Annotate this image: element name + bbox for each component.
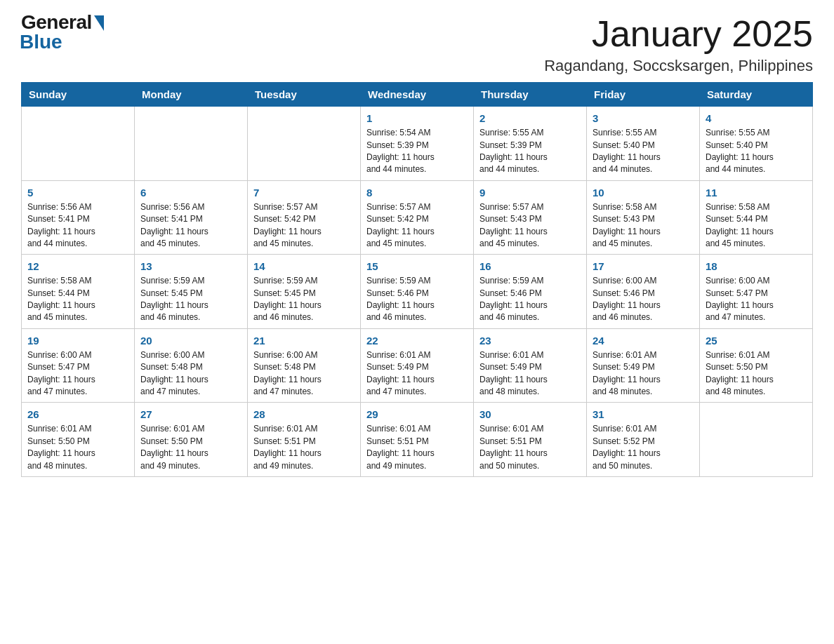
calendar-week-row: 5Sunrise: 5:56 AM Sunset: 5:41 PM Daylig… [22, 180, 813, 255]
calendar-week-row: 26Sunrise: 6:01 AM Sunset: 5:50 PM Dayli… [22, 403, 813, 477]
calendar-cell: 3Sunrise: 5:55 AM Sunset: 5:40 PM Daylig… [587, 107, 700, 181]
logo-triangle-icon [94, 15, 104, 31]
cell-day-number: 23 [479, 333, 581, 348]
calendar-week-row: 12Sunrise: 5:58 AM Sunset: 5:44 PM Dayli… [22, 255, 813, 329]
cell-day-number: 3 [593, 111, 694, 126]
calendar-cell: 12Sunrise: 5:58 AM Sunset: 5:44 PM Dayli… [22, 255, 135, 329]
calendar-cell: 24Sunrise: 6:01 AM Sunset: 5:49 PM Dayli… [587, 328, 700, 403]
cell-day-number: 10 [593, 185, 694, 200]
logo-blue-text: Blue [20, 31, 62, 53]
calendar-cell: 2Sunrise: 5:55 AM Sunset: 5:39 PM Daylig… [474, 107, 587, 181]
calendar-header-monday: Monday [135, 83, 248, 107]
cell-day-number: 14 [253, 259, 355, 274]
calendar-cell [22, 107, 135, 181]
calendar-cell: 10Sunrise: 5:58 AM Sunset: 5:43 PM Dayli… [587, 180, 700, 255]
calendar-header-row: SundayMondayTuesdayWednesdayThursdayFrid… [22, 83, 813, 107]
cell-sun-info: Sunrise: 6:01 AM Sunset: 5:51 PM Dayligh… [479, 423, 581, 472]
page-header: General Blue January 2025 Ragandang, Soc… [21, 14, 813, 75]
cell-sun-info: Sunrise: 5:57 AM Sunset: 5:43 PM Dayligh… [479, 201, 581, 250]
cell-day-number: 2 [479, 111, 581, 126]
calendar-week-row: 1Sunrise: 5:54 AM Sunset: 5:39 PM Daylig… [22, 107, 813, 181]
calendar-header-sunday: Sunday [22, 83, 135, 107]
cell-sun-info: Sunrise: 5:58 AM Sunset: 5:44 PM Dayligh… [706, 201, 807, 250]
cell-sun-info: Sunrise: 5:59 AM Sunset: 5:45 PM Dayligh… [140, 275, 241, 324]
calendar-cell: 21Sunrise: 6:00 AM Sunset: 5:48 PM Dayli… [248, 328, 361, 403]
cell-day-number: 24 [593, 333, 694, 348]
calendar-cell: 20Sunrise: 6:00 AM Sunset: 5:48 PM Dayli… [135, 328, 248, 403]
cell-day-number: 13 [140, 259, 241, 274]
page-subtitle: Ragandang, Soccsksargen, Philippines [544, 57, 813, 75]
cell-day-number: 27 [140, 407, 241, 422]
calendar-cell: 15Sunrise: 5:59 AM Sunset: 5:46 PM Dayli… [361, 255, 474, 329]
cell-day-number: 1 [366, 111, 468, 126]
cell-day-number: 29 [366, 407, 468, 422]
calendar-cell: 5Sunrise: 5:56 AM Sunset: 5:41 PM Daylig… [22, 180, 135, 255]
calendar-week-row: 19Sunrise: 6:00 AM Sunset: 5:47 PM Dayli… [22, 328, 813, 403]
cell-sun-info: Sunrise: 6:01 AM Sunset: 5:50 PM Dayligh… [27, 423, 128, 472]
calendar-cell [135, 107, 248, 181]
cell-sun-info: Sunrise: 5:57 AM Sunset: 5:42 PM Dayligh… [253, 201, 355, 250]
calendar-cell: 13Sunrise: 5:59 AM Sunset: 5:45 PM Dayli… [135, 255, 248, 329]
calendar-header-wednesday: Wednesday [361, 83, 474, 107]
calendar-cell: 7Sunrise: 5:57 AM Sunset: 5:42 PM Daylig… [248, 180, 361, 255]
calendar-cell: 29Sunrise: 6:01 AM Sunset: 5:51 PM Dayli… [361, 403, 474, 477]
calendar-cell: 26Sunrise: 6:01 AM Sunset: 5:50 PM Dayli… [22, 403, 135, 477]
cell-sun-info: Sunrise: 5:55 AM Sunset: 5:40 PM Dayligh… [706, 127, 807, 176]
cell-day-number: 19 [27, 333, 128, 348]
cell-day-number: 12 [27, 259, 128, 274]
calendar-cell: 22Sunrise: 6:01 AM Sunset: 5:49 PM Dayli… [361, 328, 474, 403]
cell-sun-info: Sunrise: 5:55 AM Sunset: 5:40 PM Dayligh… [593, 127, 694, 176]
calendar-cell: 18Sunrise: 6:00 AM Sunset: 5:47 PM Dayli… [700, 255, 813, 329]
calendar-cell [700, 403, 813, 477]
calendar-cell: 1Sunrise: 5:54 AM Sunset: 5:39 PM Daylig… [361, 107, 474, 181]
cell-day-number: 26 [27, 407, 128, 422]
cell-sun-info: Sunrise: 6:01 AM Sunset: 5:51 PM Dayligh… [366, 423, 468, 472]
cell-sun-info: Sunrise: 6:00 AM Sunset: 5:47 PM Dayligh… [706, 275, 807, 324]
cell-sun-info: Sunrise: 5:56 AM Sunset: 5:41 PM Dayligh… [140, 201, 241, 250]
cell-sun-info: Sunrise: 6:00 AM Sunset: 5:46 PM Dayligh… [593, 275, 694, 324]
calendar-header-saturday: Saturday [700, 83, 813, 107]
cell-sun-info: Sunrise: 6:01 AM Sunset: 5:50 PM Dayligh… [706, 349, 807, 398]
calendar-table: SundayMondayTuesdayWednesdayThursdayFrid… [21, 82, 813, 477]
cell-day-number: 4 [706, 111, 807, 126]
cell-sun-info: Sunrise: 6:00 AM Sunset: 5:48 PM Dayligh… [253, 349, 355, 398]
cell-sun-info: Sunrise: 5:55 AM Sunset: 5:39 PM Dayligh… [479, 127, 581, 176]
cell-day-number: 28 [253, 407, 355, 422]
cell-sun-info: Sunrise: 5:57 AM Sunset: 5:42 PM Dayligh… [366, 201, 468, 250]
calendar-cell: 11Sunrise: 5:58 AM Sunset: 5:44 PM Dayli… [700, 180, 813, 255]
calendar-cell: 4Sunrise: 5:55 AM Sunset: 5:40 PM Daylig… [700, 107, 813, 181]
calendar-cell: 17Sunrise: 6:00 AM Sunset: 5:46 PM Dayli… [587, 255, 700, 329]
calendar-header-tuesday: Tuesday [248, 83, 361, 107]
cell-day-number: 18 [706, 259, 807, 274]
calendar-cell: 9Sunrise: 5:57 AM Sunset: 5:43 PM Daylig… [474, 180, 587, 255]
cell-day-number: 20 [140, 333, 241, 348]
calendar-cell: 25Sunrise: 6:01 AM Sunset: 5:50 PM Dayli… [700, 328, 813, 403]
cell-day-number: 6 [140, 185, 241, 200]
title-block: January 2025 Ragandang, Soccsksargen, Ph… [544, 14, 813, 75]
cell-day-number: 22 [366, 333, 468, 348]
cell-sun-info: Sunrise: 6:01 AM Sunset: 5:49 PM Dayligh… [366, 349, 468, 398]
calendar-header-friday: Friday [587, 83, 700, 107]
calendar-cell: 8Sunrise: 5:57 AM Sunset: 5:42 PM Daylig… [361, 180, 474, 255]
cell-sun-info: Sunrise: 6:00 AM Sunset: 5:48 PM Dayligh… [140, 349, 241, 398]
cell-day-number: 16 [479, 259, 581, 274]
cell-sun-info: Sunrise: 5:58 AM Sunset: 5:44 PM Dayligh… [27, 275, 128, 324]
page-title: January 2025 [544, 14, 813, 54]
cell-sun-info: Sunrise: 5:59 AM Sunset: 5:45 PM Dayligh… [253, 275, 355, 324]
cell-day-number: 21 [253, 333, 355, 348]
cell-sun-info: Sunrise: 6:01 AM Sunset: 5:52 PM Dayligh… [593, 423, 694, 472]
cell-day-number: 25 [706, 333, 807, 348]
cell-sun-info: Sunrise: 6:01 AM Sunset: 5:49 PM Dayligh… [479, 349, 581, 398]
cell-sun-info: Sunrise: 5:59 AM Sunset: 5:46 PM Dayligh… [366, 275, 468, 324]
cell-sun-info: Sunrise: 5:54 AM Sunset: 5:39 PM Dayligh… [366, 127, 468, 176]
logo: General Blue [21, 14, 104, 53]
calendar-cell: 27Sunrise: 6:01 AM Sunset: 5:50 PM Dayli… [135, 403, 248, 477]
calendar-header-thursday: Thursday [474, 83, 587, 107]
cell-day-number: 31 [593, 407, 694, 422]
calendar-cell: 14Sunrise: 5:59 AM Sunset: 5:45 PM Dayli… [248, 255, 361, 329]
cell-sun-info: Sunrise: 6:00 AM Sunset: 5:47 PM Dayligh… [27, 349, 128, 398]
calendar-cell: 28Sunrise: 6:01 AM Sunset: 5:51 PM Dayli… [248, 403, 361, 477]
cell-sun-info: Sunrise: 5:58 AM Sunset: 5:43 PM Dayligh… [593, 201, 694, 250]
calendar-cell [248, 107, 361, 181]
cell-day-number: 8 [366, 185, 468, 200]
